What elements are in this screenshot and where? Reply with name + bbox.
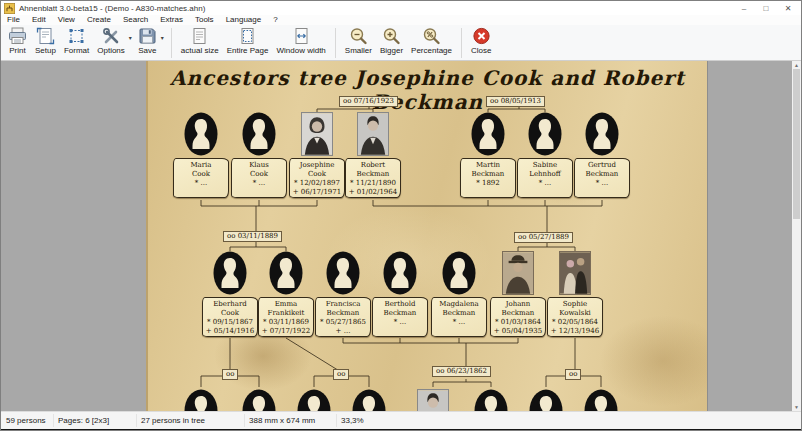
page-setup-icon	[36, 27, 55, 45]
silhouette-cameo	[213, 251, 247, 295]
save-button[interactable]: Save	[134, 26, 161, 56]
toolbar-separator	[171, 28, 172, 58]
actual-size-label: actual size	[181, 46, 219, 55]
window-width-button[interactable]: Window width	[272, 26, 329, 56]
person-name: Emma Frankikeit	[260, 300, 312, 318]
person-card-johann-beckman[interactable]: Johann Beckman* 01/03/1864+ 05/04/1935	[490, 251, 546, 337]
menu-tools[interactable]: Tools	[189, 15, 220, 25]
person-name: Josephine Cook	[291, 161, 343, 179]
person-birth: * 09/15/1867	[204, 318, 256, 327]
person-card-klaus-cook[interactable]: Klaus Cook* ...	[231, 112, 287, 198]
person-birth: * 01/03/1864	[492, 318, 544, 327]
silhouette-cameo	[184, 112, 218, 156]
options-dropdown-arrow[interactable]: ▾	[129, 34, 132, 41]
window-width-icon	[292, 27, 311, 45]
menu-file[interactable]: File	[1, 15, 26, 25]
menu-create[interactable]: Create	[81, 15, 117, 25]
entire-page-icon	[238, 27, 257, 45]
person-name: Martin Beckman	[462, 161, 514, 179]
menu-help[interactable]: ?	[267, 15, 283, 25]
marriage-label: oo 06/23/1862	[432, 366, 491, 377]
silhouette-cameo	[242, 389, 276, 411]
person-card-francisca-beckman[interactable]: Francisca Beckman* 05/27/1865+ ...	[315, 251, 371, 337]
close-window-button[interactable]: ✕	[777, 1, 799, 15]
options-label: Options	[97, 46, 125, 55]
menu-extras[interactable]: Extras	[154, 15, 189, 25]
portrait-photo	[502, 251, 534, 295]
status-separator	[136, 414, 137, 427]
smaller-button[interactable]: Smaller	[341, 26, 376, 56]
menu-language[interactable]: Language	[220, 15, 268, 25]
person-name: Klaus Cook	[233, 161, 285, 179]
person-name: Berthold Beckman	[374, 300, 426, 318]
print-button[interactable]: Print	[4, 26, 31, 56]
person-death: + 05/14/1916	[204, 327, 256, 336]
person-name: Johann Beckman	[492, 300, 544, 318]
silhouette-cameo	[383, 251, 417, 295]
app-icon	[4, 3, 15, 14]
person-card-berthold-beckman[interactable]: Berthold Beckman* ...	[372, 251, 428, 337]
person-card-robert-beckman[interactable]: Robert Beckman* 11/21/1890+ 01/02/1964	[345, 112, 401, 198]
person-death: + 07/17/1922	[260, 327, 312, 336]
menu-edit[interactable]: Edit	[26, 15, 52, 25]
actual-size-icon	[190, 27, 209, 45]
person-birth: * 11/21/1890	[347, 179, 399, 188]
person-birth: * 03/11/1869	[260, 318, 312, 327]
person-card-josephine-cook[interactable]: Josephine Cook* 12/02/1897+ 06/17/1971	[289, 112, 345, 198]
scroll-up-arrow[interactable]: ▲	[792, 61, 801, 69]
person-card-martin-beckman[interactable]: Martin Beckman* 1892	[460, 112, 516, 198]
entire-page-label: Entire Page	[227, 46, 269, 55]
portrait-photo	[357, 112, 389, 156]
options-button[interactable]: Options	[93, 26, 129, 56]
app-window: Ahnenblatt 3.0-beta15 - (Demo - A830-mat…	[0, 0, 802, 431]
maximize-button[interactable]: □	[755, 1, 777, 15]
person-card-magdalena-beckman[interactable]: Magdalena Beckman* ...	[431, 251, 487, 337]
person-death: + 05/04/1935	[492, 327, 544, 336]
person-card-emma-frankikeit[interactable]: Emma Frankikeit* 03/11/1869+ 07/17/1922	[258, 251, 314, 337]
scrollbar-thumb[interactable]	[793, 69, 800, 219]
actual-size-button[interactable]: actual size	[177, 26, 223, 56]
save-icon	[138, 27, 157, 45]
setup-label: Setup	[35, 46, 56, 55]
person-card-sophie-kowalski[interactable]: Sophie Kowalski* 02/05/1864+ 12/13/1946	[547, 251, 603, 337]
close-label: Close	[471, 46, 491, 55]
zoom-percentage-icon	[422, 27, 441, 45]
silhouette-cameo	[584, 389, 618, 411]
minimize-button[interactable]: –	[733, 1, 755, 15]
person-birth: * 1892	[462, 179, 514, 188]
person-death: + ...	[317, 327, 369, 336]
person-card-sabine-lehnhoff[interactable]: Sabine Lehnhoff* ...	[517, 112, 573, 198]
setup-button[interactable]: Setup	[31, 26, 60, 56]
status-separator	[336, 414, 337, 427]
portrait-photo	[301, 112, 333, 156]
menu-search[interactable]: Search	[117, 15, 154, 25]
person-birth: * 12/02/1897	[291, 179, 343, 188]
person-name: Francisca Beckman	[317, 300, 369, 318]
person-birth: * ...	[433, 318, 485, 327]
status-bar: 59 persons Pages: 6 [2x3] 27 persons in …	[1, 411, 801, 429]
entire-page-button[interactable]: Entire Page	[223, 26, 273, 56]
person-card-gertrud-beckman[interactable]: Gertrud Beckman* ...	[574, 112, 630, 198]
vertical-scrollbar[interactable]: ▲ ▼	[792, 61, 801, 411]
person-card-eberhard-cook[interactable]: Eberhard Cook* 09/15/1867+ 05/14/1916	[202, 251, 258, 337]
close-preview-button[interactable]: Close	[467, 26, 495, 56]
marriage-label: oo	[333, 369, 349, 380]
menu-bar: File Edit View Create Search Extras Tool…	[1, 15, 801, 25]
tree-preview-page[interactable]: Ancestors tree Josephine Cook and Robert…	[146, 61, 708, 411]
percentage-label: Percentage	[411, 46, 452, 55]
title-bar: Ahnenblatt 3.0-beta15 - (Demo - A830-mat…	[1, 1, 801, 15]
format-button[interactable]: Format	[60, 26, 93, 56]
menu-view[interactable]: View	[52, 15, 81, 25]
person-card-maria-cook[interactable]: Maria Cook* ...	[173, 112, 229, 198]
window-width-label: Window width	[276, 46, 325, 55]
save-dropdown-arrow[interactable]: ▾	[161, 34, 164, 41]
format-icon	[67, 27, 86, 45]
status-zoom-level: 33,3%	[341, 416, 364, 425]
scroll-down-arrow[interactable]: ▼	[792, 403, 801, 411]
bigger-button[interactable]: Bigger	[376, 26, 407, 56]
marriage-label: oo 03/11/1889	[223, 231, 282, 242]
percentage-button[interactable]: Percentage	[407, 26, 456, 56]
status-persons-in-tree: 27 persons in tree	[141, 416, 205, 425]
person-birth: * ...	[175, 179, 227, 188]
marriage-label: oo 05/27/1889	[514, 232, 573, 243]
